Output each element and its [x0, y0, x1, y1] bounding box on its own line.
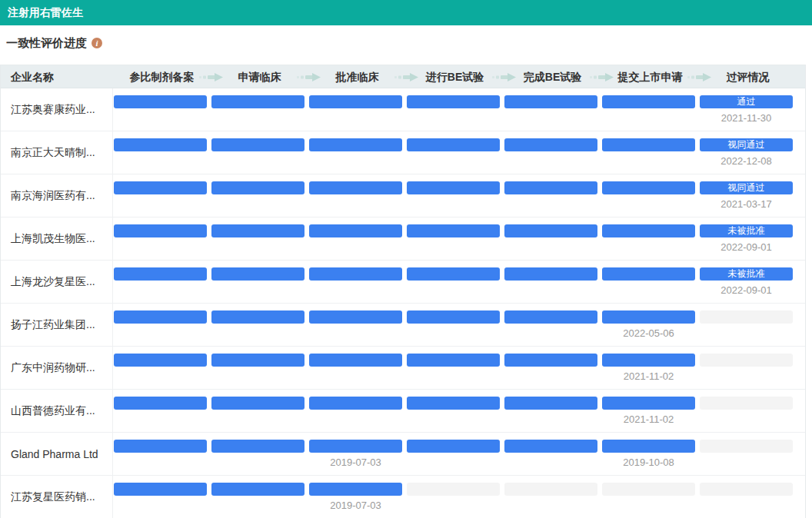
- stage-cell: [601, 217, 699, 260]
- stage-cell: [211, 88, 308, 131]
- stage-date: 2021-11-30: [699, 112, 797, 124]
- stage-cell: [699, 347, 797, 389]
- company-name-cell: 江苏复星医药销...: [1, 476, 113, 518]
- progress-bar-done: [309, 267, 402, 281]
- progress-bar-done: [309, 138, 402, 151]
- stage-cell: [113, 347, 211, 389]
- stage-date: 2022-09-01: [699, 284, 797, 296]
- stage-header-label: 进行BE试验: [426, 71, 484, 83]
- company-name-cell: 广东中润药物研...: [1, 347, 113, 389]
- progress-bar-done: [504, 181, 597, 194]
- section-title: 一致性评价进度: [6, 36, 87, 51]
- stage-cell: [308, 390, 406, 432]
- progress-bar-done: [504, 224, 597, 237]
- status-badge: 未被批准: [700, 224, 793, 237]
- table-row: 江苏复星医药销...2019-07-03: [1, 476, 805, 518]
- company-name-cell: 南京正大天晴制...: [1, 131, 113, 174]
- section-header: 一致性评价进度 i: [6, 35, 812, 51]
- progress-bar-done: [309, 310, 402, 324]
- stage-cell: [113, 88, 211, 131]
- info-icon[interactable]: i: [92, 38, 102, 48]
- progress-bar-done: [602, 397, 695, 410]
- progress-bar-pending: [700, 440, 793, 453]
- progress-bar-done: [211, 224, 304, 237]
- table-row: 广东中润药物研...2021-11-02: [1, 347, 805, 390]
- progress-bar-done: [504, 440, 597, 453]
- stage-cell: [308, 261, 406, 303]
- stage-cell: [504, 174, 601, 217]
- progress-bar-done: [602, 181, 695, 194]
- stage-cell: [504, 217, 601, 260]
- company-name-cell: 扬子江药业集团...: [1, 304, 113, 346]
- stage-header-2: 申请临床: [211, 65, 308, 88]
- stage-cell: [601, 131, 699, 174]
- stage-cell: [699, 390, 797, 432]
- stage-cell: 视同通过2021-03-17: [699, 174, 797, 217]
- stage-header-label: 过评情况: [727, 71, 770, 83]
- stage-header-3: 批准临床: [308, 65, 406, 88]
- status-badge: 视同通过: [700, 181, 793, 194]
- stage-cell: [113, 174, 211, 217]
- company-name-cell: 南京海润医药有...: [1, 174, 113, 217]
- stage-cell: [113, 304, 211, 346]
- stage-cell: [308, 304, 406, 346]
- stage-cell: [211, 261, 308, 303]
- progress-bar-pending: [700, 397, 793, 410]
- stage-cell: [699, 476, 797, 518]
- stage-cell: [504, 390, 601, 432]
- stage-date: 2021-11-02: [601, 370, 699, 382]
- stage-date: 2022-12-08: [699, 155, 797, 167]
- stage-arrow-icon: [590, 73, 614, 81]
- progress-bar-done: [211, 440, 304, 453]
- progress-table: 企业名称 参比制剂备案申请临床批准临床进行BE试验完成BE试验提交上市申请过评情…: [0, 65, 806, 518]
- stage-cell: [113, 217, 211, 260]
- stage-cell: [601, 174, 699, 217]
- stage-cell: [308, 131, 406, 174]
- progress-bar-done: [407, 224, 500, 237]
- progress-bar-done: [114, 95, 207, 108]
- progress-bar-done: [407, 95, 500, 108]
- table-header-row: 企业名称 参比制剂备案申请临床批准临床进行BE试验完成BE试验提交上市申请过评情…: [1, 65, 805, 88]
- progress-bar-done: [407, 267, 500, 281]
- progress-bar-done: [309, 181, 402, 194]
- stage-cell: [211, 390, 308, 432]
- stage-arrow-icon: [492, 73, 517, 81]
- stage-header-7: 过评情况: [699, 65, 797, 88]
- stage-cell: [504, 261, 601, 303]
- table-row: 南京正大天晴制...视同通过2022-12-08: [1, 131, 805, 174]
- stage-date: 2019-07-03: [308, 457, 406, 468]
- progress-bar-done: [114, 181, 207, 194]
- stage-cell: 2019-10-08: [601, 433, 699, 475]
- stage-cell: [406, 131, 504, 174]
- stage-cell: [406, 217, 504, 260]
- table-row: 南京海润医药有...视同通过2021-03-17: [1, 174, 805, 217]
- progress-bar-done: [407, 181, 500, 194]
- progress-bar-done: [504, 267, 597, 281]
- stage-cell: [308, 88, 406, 131]
- progress-bar-done: [504, 138, 597, 151]
- stage-cell: [113, 476, 211, 518]
- progress-bar-done: [309, 440, 402, 453]
- stage-arrow-icon: [297, 73, 321, 81]
- stage-cell: [308, 174, 406, 217]
- company-name-cell: 上海凯茂生物医...: [1, 217, 113, 260]
- stage-cell: 2021-11-02: [601, 390, 699, 432]
- progress-bar-done: [602, 310, 695, 324]
- stage-cell: [211, 304, 308, 346]
- company-name-cell: 江苏奥赛康药业...: [1, 88, 113, 131]
- table-body: 江苏奥赛康药业...通过2021-11-30南京正大天晴制...视同通过2022…: [1, 88, 805, 518]
- stage-cell: 未被批准2022-09-01: [699, 261, 797, 303]
- stage-cell: [406, 261, 504, 303]
- page-title: 注射用右雷佐生: [8, 6, 83, 18]
- stage-header-label: 参比制剂备案: [130, 71, 195, 83]
- progress-bar-done: [504, 354, 597, 367]
- stage-cell: 2019-07-03: [308, 433, 406, 475]
- progress-bar-done: [309, 95, 402, 108]
- progress-bar-done: [504, 310, 597, 324]
- stage-cell: [406, 390, 504, 432]
- progress-bar-done: [504, 95, 597, 108]
- stage-cell: 2019-07-03: [308, 476, 406, 518]
- progress-bar-done: [309, 354, 402, 367]
- stage-cell: [406, 433, 504, 475]
- stage-cell: [504, 131, 601, 174]
